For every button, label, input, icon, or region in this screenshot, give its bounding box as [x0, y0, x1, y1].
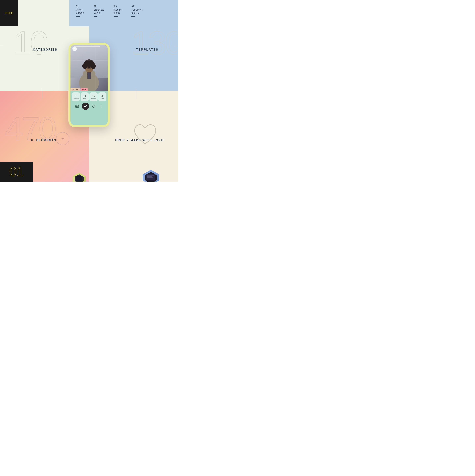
divider-v-left	[42, 89, 42, 99]
camera-button[interactable]	[74, 104, 80, 109]
crop-tool[interactable]: ⊡ Crop	[81, 92, 89, 101]
bottom-left-box: 01	[0, 162, 33, 182]
color-icon: ◈	[101, 94, 103, 98]
heart-container	[132, 122, 158, 147]
iso-phone-right-icon	[139, 160, 165, 182]
svg-rect-20	[147, 176, 152, 177]
back-arrow-icon: ←	[74, 48, 76, 50]
feature-name-1: VectorShapes	[76, 8, 84, 14]
feature-line-1	[76, 16, 80, 17]
color-label: Color	[101, 98, 104, 99]
rotate-button[interactable]	[91, 104, 96, 109]
contrast-icon: ◑	[92, 94, 95, 98]
svg-point-15	[101, 106, 101, 106]
checkmark-icon	[84, 105, 87, 108]
iso-phone-right	[139, 160, 165, 182]
filter-tab[interactable]: FILTER	[70, 88, 80, 91]
filter-edit-row: FILTER EDIT	[70, 88, 108, 91]
more-button[interactable]	[98, 104, 104, 109]
plus-circle: +	[56, 132, 69, 145]
phone-outer: ← FILTER EDIT ✦ Brightness ⊡	[68, 43, 110, 127]
svg-rect-17	[76, 176, 82, 181]
action-row	[72, 102, 106, 111]
iso-phone-left-icon	[69, 162, 89, 182]
feature-item-4: 04. For Sketchand PS	[131, 5, 143, 17]
templates-label: TEMPLATES	[136, 48, 158, 51]
crop-label: Crop	[83, 98, 86, 99]
contrast-label: Contrast	[91, 98, 96, 99]
feature-name-3: GoogleFonts	[114, 8, 122, 14]
phone-image-area: ← FILTER EDIT	[70, 45, 108, 91]
feature-line-2	[94, 16, 98, 17]
back-button[interactable]: ←	[72, 47, 77, 51]
feature-item-3: 03. GoogleFonts	[114, 5, 122, 17]
phone-inner: ← FILTER EDIT ✦ Brightness ⊡	[70, 45, 108, 125]
phone-container: ← FILTER EDIT ✦ Brightness ⊡	[68, 43, 110, 127]
svg-point-16	[101, 107, 101, 107]
feature-line-4	[131, 16, 135, 17]
phone-controls: ✦ Brightness ⊡ Crop ◑ Contrast ◈ Color	[70, 91, 108, 125]
brightness-tool[interactable]: ✦ Brightness	[72, 92, 80, 101]
svg-point-14	[101, 105, 101, 106]
feature-name-2: OrganizedLayers	[94, 8, 104, 14]
brightness-icon: ✦	[75, 94, 77, 98]
feature-num-4: 04.	[131, 5, 143, 8]
grid-overlay	[70, 45, 108, 91]
heart-icon	[132, 122, 158, 147]
rotate-icon	[92, 105, 95, 108]
feature-num-1: 01.	[76, 5, 84, 8]
top-bar: FREE	[0, 0, 18, 26]
more-icon	[99, 105, 103, 108]
contrast-tool[interactable]: ◑ Contrast	[89, 92, 98, 101]
feature-line-3	[114, 16, 118, 17]
bottom-number: 01	[9, 165, 24, 178]
feature-num-3: 03.	[114, 5, 122, 8]
crop-icon: ⊡	[84, 94, 86, 98]
edit-tools-row: ✦ Brightness ⊡ Crop ◑ Contrast ◈ Color	[72, 92, 106, 101]
divider-v-right	[136, 89, 136, 99]
feature-item-1: 01. VectorShapes	[76, 5, 84, 17]
divider-h-left	[0, 46, 3, 46]
svg-rect-21	[147, 177, 153, 178]
confirm-button[interactable]	[82, 103, 89, 110]
feature-name-4: For Sketchand PS	[131, 8, 143, 14]
stat-number-130: 130	[131, 26, 178, 59]
feature-num-2: 02.	[94, 5, 104, 8]
edit-tab[interactable]: EDIT	[81, 88, 88, 91]
svg-point-13	[77, 106, 78, 107]
iso-phone-left	[69, 162, 89, 182]
stat-number-10: 10	[13, 26, 47, 59]
svg-rect-19	[147, 175, 154, 176]
brightness-label: Brightness	[73, 98, 79, 99]
camera-icon	[75, 105, 79, 108]
free-badge: FREE	[5, 12, 13, 15]
features-bar: 01. VectorShapes 02. OrganizedLayers 03.…	[69, 0, 178, 26]
color-tool[interactable]: ◈ Color	[98, 92, 107, 101]
feature-item-2: 02. OrganizedLayers	[94, 5, 104, 17]
ui-elements-label: UI ELEMENTS	[31, 139, 56, 142]
categories-label: CATEGORIES	[33, 48, 57, 51]
